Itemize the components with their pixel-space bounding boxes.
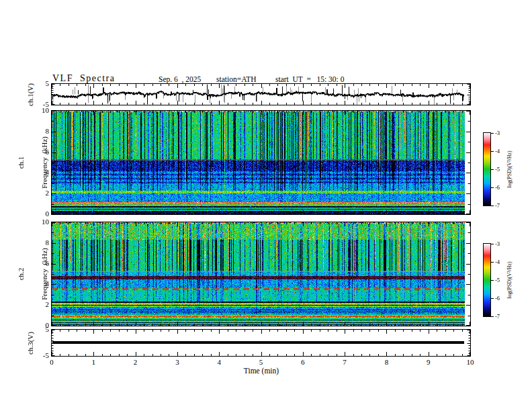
colorbar-tick bbox=[490, 280, 494, 281]
ch1-volt-tick-label: 5 bbox=[32, 79, 49, 87]
colorbar-ch1-canvas bbox=[484, 133, 490, 205]
panel-ch3-voltage bbox=[51, 329, 471, 357]
ch1-freq-tick-label: 10 bbox=[32, 106, 49, 114]
header-station: station=ATH bbox=[216, 75, 257, 83]
ch1-axis-label-line2: Frequency (kHz) bbox=[41, 136, 49, 189]
ch2-axis-label-line2: Frequency (kHz) bbox=[41, 248, 49, 300]
colorbar-tick-label: -3 bbox=[495, 240, 500, 247]
colorbar-ch1-label: log(PSD)(V²/Hz) bbox=[506, 150, 513, 187]
time-tick-label: 4 bbox=[212, 358, 226, 366]
ch1-frequency-axis-label: ch.1 Frequency (kHz) bbox=[2, 136, 64, 189]
colorbar-tick-label: -3 bbox=[495, 130, 500, 136]
time-tick-label: 7 bbox=[337, 358, 352, 366]
time-tick-label: 6 bbox=[296, 358, 310, 366]
ch2-freq-tick-label: 8 bbox=[32, 238, 49, 246]
header-date: Sep. 6 , 2025 bbox=[159, 75, 201, 83]
colorbar-tick-label: -6 bbox=[495, 295, 500, 302]
ch1-freq-tick-label: 2 bbox=[32, 189, 49, 197]
colorbar-tick-label: -5 bbox=[495, 166, 500, 173]
ch2-spectrogram-canvas bbox=[52, 222, 470, 326]
colorbar-tick bbox=[490, 187, 494, 188]
ch1-freq-tick-label: 8 bbox=[32, 127, 49, 135]
ch2-freq-tick-label: 4 bbox=[32, 279, 49, 287]
spectrogram-ch1 bbox=[51, 110, 471, 215]
ch1-waveform-canvas bbox=[52, 84, 470, 105]
time-tick-label: 8 bbox=[379, 358, 394, 366]
colorbar-tick bbox=[490, 244, 494, 244]
time-tick-label: 5 bbox=[254, 358, 269, 366]
ch2-freq-tick-label: 2 bbox=[32, 300, 49, 308]
colorbar-ch2-label: log(PSD)(V²/Hz) bbox=[506, 261, 513, 298]
ch2-freq-tick-label: 6 bbox=[32, 259, 49, 267]
time-tick-label: 3 bbox=[170, 358, 185, 366]
time-tick-label: 2 bbox=[128, 358, 143, 366]
colorbar-tick-label: -7 bbox=[495, 202, 500, 209]
colorbar-tick bbox=[490, 169, 494, 170]
colorbar-ch2-canvas bbox=[484, 244, 490, 316]
ch1-freq-tick-label: 6 bbox=[32, 148, 49, 156]
ch1-freq-tick-label: 4 bbox=[32, 168, 49, 176]
ch1-axis-label-line1: ch.1 bbox=[17, 136, 26, 189]
colorbar-tick-label: -6 bbox=[495, 184, 500, 191]
colorbar-tick bbox=[490, 205, 494, 206]
colorbar-tick bbox=[490, 298, 494, 299]
ch2-frequency-axis-label: ch.2 Frequency (kHz) bbox=[2, 248, 64, 300]
colorbar-tick-label: -5 bbox=[495, 277, 500, 283]
ch3-volt-tick-label: -5 bbox=[32, 351, 49, 359]
ch2-axis-label-line1: ch.2 bbox=[17, 248, 26, 300]
header-start-time: start UT = 15: 30: 0 bbox=[275, 75, 344, 83]
vlf-spectra-figure: VLF Spectra Sep. 6 , 2025 station=ATH st… bbox=[0, 0, 532, 411]
ch2-freq-tick-label: 0 bbox=[32, 321, 49, 329]
figure-title: VLF Spectra bbox=[52, 73, 115, 84]
colorbar-tick bbox=[490, 262, 494, 263]
time-tick-label: 9 bbox=[421, 358, 436, 366]
colorbar-tick-label: -4 bbox=[495, 259, 500, 265]
ch2-freq-tick-label: 10 bbox=[32, 218, 49, 226]
ch3-waveform-canvas bbox=[52, 330, 470, 356]
colorbar-tick bbox=[490, 316, 494, 317]
ch1-freq-tick-label: 0 bbox=[32, 210, 49, 218]
time-axis-title: Time (min) bbox=[221, 367, 302, 375]
colorbar-tick-label: -4 bbox=[495, 148, 500, 154]
spectrogram-ch2 bbox=[51, 222, 471, 326]
colorbar-tick-label: -7 bbox=[495, 313, 500, 320]
colorbar-tick bbox=[490, 151, 494, 152]
ch1-spectrogram-canvas bbox=[52, 111, 470, 214]
time-tick-label: 1 bbox=[86, 358, 101, 366]
colorbar-tick bbox=[490, 133, 494, 134]
time-tick-label: 10 bbox=[463, 358, 478, 366]
panel-ch1-voltage bbox=[51, 83, 471, 105]
